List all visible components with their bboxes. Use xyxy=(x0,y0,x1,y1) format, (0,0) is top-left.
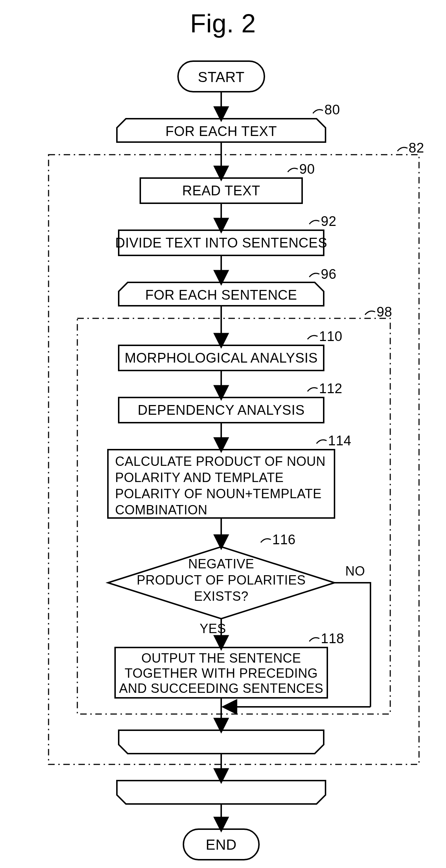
svg-text:POLARITY OF NOUN+TEMPLATE: POLARITY OF NOUN+TEMPLATE xyxy=(115,486,322,501)
loop-text-header: FOR EACH TEXT xyxy=(117,119,326,142)
svg-text:96: 96 xyxy=(321,267,336,282)
flowchart-figure: Fig. 2 START FOR EACH TEXT 80 82 READ TE… xyxy=(0,0,446,868)
svg-text:118: 118 xyxy=(321,631,344,646)
svg-marker-29 xyxy=(117,781,326,804)
svg-text:82: 82 xyxy=(409,140,424,155)
dep-label: DEPENDENCY ANALYSIS xyxy=(138,403,305,418)
ref-112: 112 xyxy=(308,381,342,396)
ref-92: 92 xyxy=(309,214,336,229)
figure-title: Fig. 2 xyxy=(190,9,256,38)
svg-text:TOGETHER WITH PRECEDING: TOGETHER WITH PRECEDING xyxy=(125,666,318,681)
start-label: START xyxy=(198,69,245,85)
decision-l3: EXISTS? xyxy=(194,589,249,604)
svg-text:AND SUCCEEDING SENTENCES: AND SUCCEEDING SENTENCES xyxy=(119,681,323,696)
dependency-node: DEPENDENCY ANALYSIS xyxy=(119,397,324,423)
svg-text:80: 80 xyxy=(324,102,340,117)
yes-label: YES xyxy=(200,621,226,636)
svg-text:110: 110 xyxy=(319,329,342,344)
svg-text:116: 116 xyxy=(272,532,296,547)
svg-marker-28 xyxy=(119,730,324,754)
output-node: OUTPUT THE SENTENCE TOGETHER WITH PRECED… xyxy=(115,647,327,698)
ref-90: 90 xyxy=(288,162,315,177)
svg-text:114: 114 xyxy=(328,433,351,448)
end-label: END xyxy=(206,837,237,853)
decision-node: NEGATIVE PRODUCT OF POLARITIES EXISTS? xyxy=(108,547,334,619)
loop-sentence-header: FOR EACH SENTENCE xyxy=(119,282,324,306)
svg-text:OUTPUT THE SENTENCE: OUTPUT THE SENTENCE xyxy=(141,651,301,665)
start-node: START xyxy=(178,61,264,92)
divide-text-node: DIVIDE TEXT INTO SENTENCES xyxy=(115,230,327,255)
svg-text:CALCULATE PRODUCT OF NOUN: CALCULATE PRODUCT OF NOUN xyxy=(115,454,326,469)
ref-114: 114 xyxy=(317,433,351,448)
ref-98: 98 xyxy=(365,304,392,319)
svg-text:112: 112 xyxy=(319,381,342,396)
read-text-label: READ TEXT xyxy=(182,183,260,198)
svg-text:92: 92 xyxy=(321,214,336,229)
decision-l2: PRODUCT OF POLARITIES xyxy=(137,573,306,587)
ref-116: 116 xyxy=(261,532,296,547)
divide-label: DIVIDE TEXT INTO SENTENCES xyxy=(115,235,327,250)
ref-82: 82 xyxy=(397,140,424,155)
svg-text:90: 90 xyxy=(299,162,315,177)
calculate-node: CALCULATE PRODUCT OF NOUN POLARITY AND T… xyxy=(108,450,334,518)
ref-110: 110 xyxy=(308,329,342,344)
loop-text-footer xyxy=(117,781,326,804)
no-label: NO xyxy=(345,564,365,578)
morphological-node: MORPHOLOGICAL ANALYSIS xyxy=(119,345,324,371)
loop-text-label: FOR EACH TEXT xyxy=(165,124,277,139)
loop-sentence-label: FOR EACH SENTENCE xyxy=(145,287,297,303)
svg-text:POLARITY AND TEMPLATE: POLARITY AND TEMPLATE xyxy=(115,470,284,485)
decision-l1: NEGATIVE xyxy=(188,556,254,571)
end-node: END xyxy=(183,829,259,860)
ref-80: 80 xyxy=(313,102,340,117)
svg-text:98: 98 xyxy=(377,304,392,319)
ref-96: 96 xyxy=(309,267,336,282)
read-text-node: READ TEXT xyxy=(140,178,302,203)
ref-118: 118 xyxy=(309,631,344,646)
svg-text:COMBINATION: COMBINATION xyxy=(115,503,208,517)
morph-label: MORPHOLOGICAL ANALYSIS xyxy=(125,350,318,365)
loop-sentence-footer xyxy=(119,730,324,754)
